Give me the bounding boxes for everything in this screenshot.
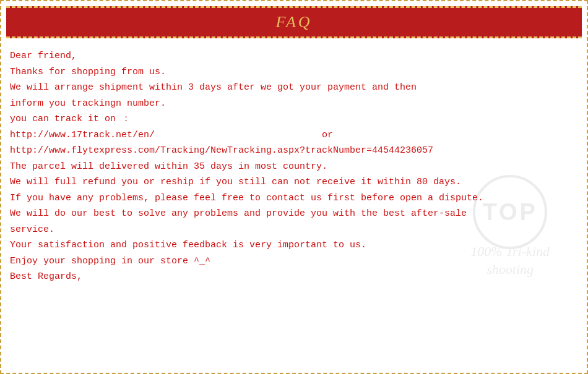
header-bar: FAQ — [6, 6, 582, 38]
faq-body: Dear friend, Thanks for shopping from us… — [10, 48, 578, 285]
page-wrapper: FAQ Dear friend, Thanks for shopping fro… — [0, 0, 588, 374]
faq-title: FAQ — [275, 13, 312, 31]
content-area: Dear friend, Thanks for shopping from us… — [1, 38, 587, 291]
